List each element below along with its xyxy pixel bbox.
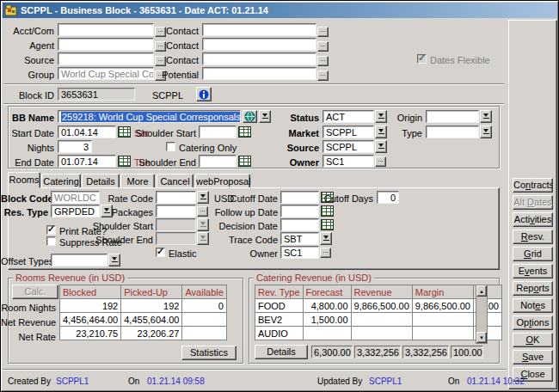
packages-lookup-button[interactable] [197,206,208,217]
start-date-calendar-icon[interactable] [118,126,131,138]
shoulder-start-calendar-icon[interactable] [238,126,251,138]
trace-code-dropdown-icon[interactable] [320,232,332,245]
tab-details[interactable]: Details [82,174,120,188]
block-id-field: 3653631 [58,88,135,101]
sidebar-button-contracts[interactable]: Contracts [513,178,553,193]
market-field[interactable]: SCPPL [322,126,374,138]
tab-shoulder-start-dropdown-icon [197,218,209,231]
suppress-rate-checkbox[interactable] [46,236,56,246]
sidebar-button-alt-dates[interactable]: Alt Dates [513,195,553,210]
tab-webproposal[interactable]: webProposal [195,174,250,188]
offset-types-dropdown-icon[interactable] [108,254,120,266]
contact1-field[interactable] [202,23,316,36]
offset-types-label: Offset Types [1,256,48,266]
calc-button[interactable]: Calc. [12,285,58,299]
sidebar-button-grid[interactable]: Grid [513,247,553,261]
cutoff-days-field[interactable]: 0 [377,191,399,204]
sidebar-button-save[interactable]: Save [513,350,553,364]
trace-code-field[interactable]: SBT [280,232,319,245]
room-nights-picked: 192 [121,299,182,313]
tab-shoulder-end-field[interactable] [156,232,196,245]
group-field[interactable]: World Cup Special Corresponsals [58,67,154,80]
type-field[interactable] [426,126,479,138]
sidebar-button-ok[interactable]: OK [513,333,553,347]
contact2-label: Contact [145,40,199,51]
tab-rooms[interactable]: Rooms [8,172,40,188]
sidebar-button-reports[interactable]: Reports [513,281,553,296]
hdr-source-field[interactable]: SCPPL [322,140,374,153]
type-dropdown-icon[interactable] [480,126,492,138]
follow-up-calendar-icon[interactable] [321,205,334,217]
elastic-checkbox[interactable] [156,248,165,257]
statistics-button[interactable]: Statistics [181,346,236,360]
contact2-lookup-button[interactable] [317,41,329,52]
titlebar[interactable]: SCPPL - Business Block - 3653631 - Date … [3,3,557,18]
contact2-field[interactable] [202,38,316,51]
origin-field[interactable] [426,110,479,123]
tab-shoulder-start-field[interactable] [156,218,196,231]
shoulder-start-field[interactable] [199,126,236,138]
start-date-field[interactable]: 01.04.14 [58,126,116,138]
dates-flexible-checkbox[interactable] [417,54,427,64]
agent-field[interactable] [58,38,154,51]
end-date-calendar-icon[interactable] [118,156,131,167]
decision-date-label: Decision Date [212,221,278,231]
details-button[interactable]: Details [255,345,308,359]
source-field[interactable] [58,52,154,65]
potential-field[interactable] [202,67,316,80]
sidebar-button-activities[interactable]: Activities [513,212,553,227]
status-field[interactable]: ACT [322,110,374,123]
scroll-up-icon[interactable]: ▲ [476,285,487,297]
sidebar-button-events[interactable]: Events [513,264,553,279]
catering-only-checkbox[interactable] [166,142,175,151]
sidebar-button-resv[interactable]: Resv. [513,230,553,244]
globe-button[interactable] [243,110,257,123]
total-revenue: 3,332,256.00 [354,346,401,358]
sidebar-button-notes[interactable]: Notes [513,298,553,313]
info-button[interactable] [196,87,212,101]
tab-shoulder-end-dropdown-icon [197,232,209,245]
contact3-field[interactable] [202,52,316,65]
shoulder-end-field[interactable] [199,155,236,168]
offset-types-field[interactable] [51,254,108,266]
tab-owner-field[interactable]: SC1 [280,246,319,259]
follow-up-field[interactable] [280,205,319,217]
shoulder-start-label: Shoulder Start [130,128,196,138]
nights-field[interactable]: 3 [58,140,92,153]
bb-name-selected-text: 259218: World Cup Special Corresponsals [61,112,241,122]
decision-date-calendar-icon[interactable] [321,219,334,230]
updated-on-value: 01.21.14 10:32 [467,377,544,386]
decision-date-field[interactable] [280,218,319,231]
rate-code-dropdown-icon[interactable] [197,191,209,204]
room-nights-blocked: 192 [60,299,121,313]
scroll-down-icon[interactable]: ▼ [476,332,487,343]
table-row: BEV2 1,500.00 [255,313,502,327]
bb-name-field[interactable]: 259218: World Cup Special Corresponsals [58,110,241,123]
business-block-window: SCPPL - Business Block - 3653631 - Date … [0,0,559,392]
follow-up-label: Follow up Date [212,207,278,217]
tab-owner-label: Owner [212,248,278,259]
acct-com-field[interactable] [58,23,154,36]
contact1-label: Contact [145,26,199,36]
end-date-field[interactable]: 01.07.14 [58,155,116,168]
tab-owner-lookup-button[interactable] [320,248,331,258]
shoulder-end-calendar-icon[interactable] [238,156,251,167]
hdr-owner-lookup-button[interactable] [375,156,386,167]
res-type-label: Res. Type [1,207,48,217]
tab-cancel[interactable]: Cancel [157,174,194,188]
trace-code-label: Trace Code [212,235,278,245]
contact1-lookup-button[interactable] [317,27,329,37]
tab-more[interactable]: More [120,174,155,188]
sidebar-button-options[interactable]: Options [513,315,553,330]
potential-lookup-button[interactable] [317,70,329,81]
catering-scrollbar[interactable]: ▲ ▼ [476,285,488,344]
rate-code-field[interactable] [156,191,196,204]
print-rate-checkbox[interactable] [46,225,56,235]
hdr-source-dropdown-icon[interactable] [375,140,387,153]
tab-catering[interactable]: Catering [41,174,81,188]
contact3-lookup-button[interactable] [317,56,329,66]
origin-dropdown-icon[interactable] [480,110,492,123]
packages-field[interactable] [156,205,196,217]
table-row: 23,210.75 23,206.27 [60,327,227,340]
hdr-owner-field[interactable]: SC1 [322,155,374,168]
